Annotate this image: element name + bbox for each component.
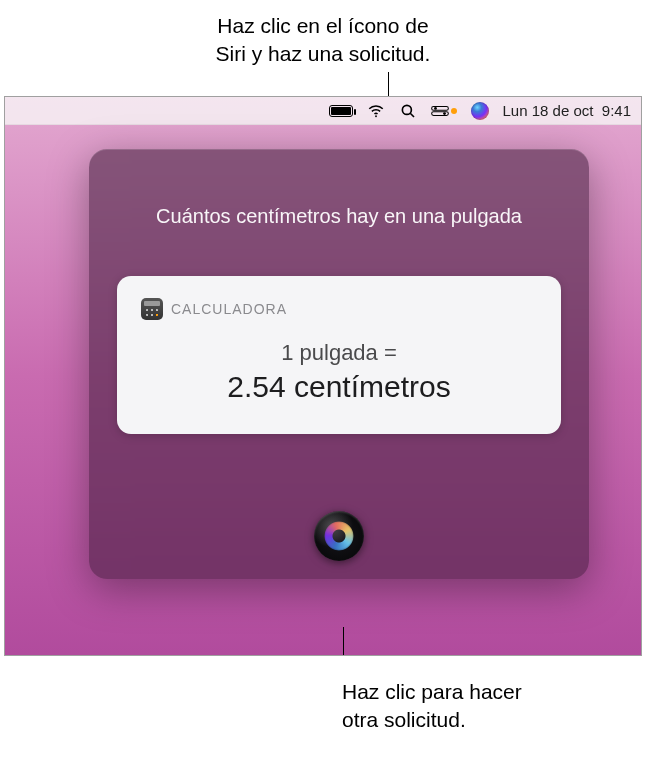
svg-point-4 [434,107,437,110]
annotation-bottom-line-2: otra solicitud. [342,708,466,731]
wifi-icon[interactable] [367,102,385,120]
svg-point-6 [443,112,446,115]
conversion-input: 1 pulgada = [141,340,537,366]
annotation-bottom-line-1: Haz clic para hacer [342,680,522,703]
callout-line-bottom [343,627,344,656]
conversion-output: 2.54 centímetros [141,370,537,404]
svg-point-0 [375,115,377,117]
menubar-date-time[interactable]: Lun 18 de oct 9:41 [503,102,631,119]
svg-line-2 [410,113,414,117]
battery-icon[interactable] [329,105,353,117]
siri-query-text: Cuántos centímetros hay en una pulgada [89,149,589,228]
siri-panel: Cuántos centímetros hay en una pulgada C… [89,149,589,579]
result-app-label: CALCULADORA [171,301,287,317]
siri-menu-icon[interactable] [471,102,489,120]
callout-line-top [388,72,389,97]
result-card-header: CALCULADORA [141,298,537,320]
annotation-top: Haz clic en el ícono de Siri y haz una s… [0,0,646,69]
menubar: Lun 18 de oct 9:41 [5,97,641,125]
siri-orb-icon [324,521,354,551]
annotation-bottom: Haz clic para hacer otra solicitud. [342,678,522,735]
privacy-indicator-dot [451,108,457,114]
calculator-icon [141,298,163,320]
menubar-date: Lun 18 de oct [503,102,594,119]
annotation-top-line-2: Siri y haz una solicitud. [216,42,431,65]
menubar-time: 9:41 [602,102,631,119]
siri-orb-button[interactable] [314,511,364,561]
annotation-top-line-1: Haz clic en el ícono de [217,14,428,37]
desktop-screenshot: Lun 18 de oct 9:41 Cuántos centímetros h… [4,96,642,656]
svg-point-1 [402,105,411,114]
spotlight-icon[interactable] [399,102,417,120]
control-center-icon[interactable] [431,102,457,120]
siri-result-card[interactable]: CALCULADORA 1 pulgada = 2.54 centímetros [117,276,561,434]
conversion-result: 1 pulgada = 2.54 centímetros [141,340,537,404]
